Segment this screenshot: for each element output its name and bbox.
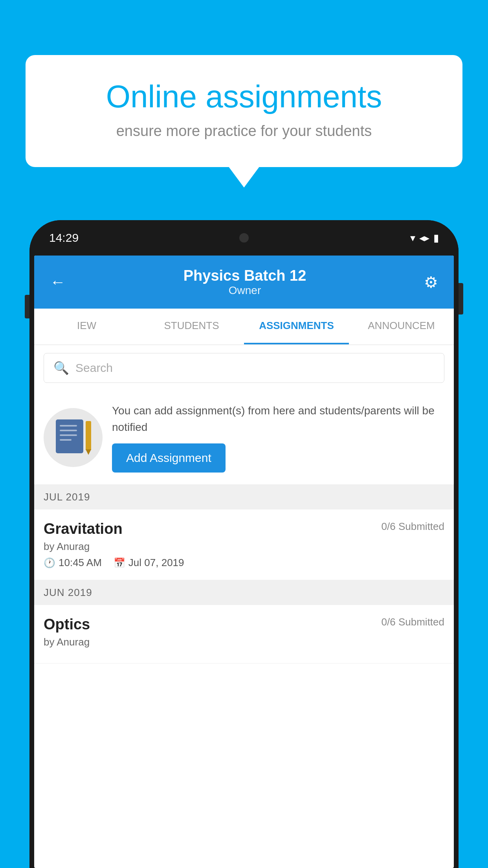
notch bbox=[228, 222, 260, 254]
assignment-meta: 🕐 10:45 AM 📅 Jul 07, 2019 bbox=[44, 557, 444, 569]
calendar-icon: 📅 bbox=[114, 557, 125, 568]
promo-text: You can add assignment(s) from here and … bbox=[112, 403, 444, 436]
search-icon: 🔍 bbox=[53, 360, 69, 375]
promo-icon-circle bbox=[44, 408, 103, 467]
assignment-name-optics: Optics bbox=[44, 616, 90, 633]
volume-button bbox=[25, 295, 29, 318]
batch-title: Physics Batch 12 bbox=[183, 267, 306, 284]
speech-bubble: Online assignments ensure more practice … bbox=[26, 55, 462, 167]
app-header: ← Physics Batch 12 Owner ⚙ bbox=[34, 256, 454, 309]
section-header-jul: JUL 2019 bbox=[34, 485, 454, 509]
assignment-by: by Anurag bbox=[44, 541, 444, 553]
speech-bubble-title: Online assignments bbox=[53, 79, 435, 115]
tabs-bar: IEW STUDENTS ASSIGNMENTS ANNOUNCEM bbox=[34, 309, 454, 345]
status-time: 14:29 bbox=[49, 231, 79, 245]
meta-time: 🕐 10:45 AM bbox=[44, 557, 102, 569]
promo-content: You can add assignment(s) from here and … bbox=[112, 403, 444, 473]
tab-iew[interactable]: IEW bbox=[34, 309, 139, 344]
battery-icon: ▮ bbox=[433, 232, 439, 244]
camera bbox=[239, 233, 249, 243]
clock-icon: 🕐 bbox=[44, 557, 55, 568]
assignment-item-optics[interactable]: Optics 0/6 Submitted by Anurag bbox=[34, 605, 454, 664]
tab-students[interactable]: STUDENTS bbox=[139, 309, 244, 344]
app-screen: ← Physics Batch 12 Owner ⚙ IEW STUDENTS … bbox=[34, 256, 454, 868]
header-title-group: Physics Batch 12 Owner bbox=[183, 267, 306, 297]
assignment-top-optics: Optics 0/6 Submitted bbox=[44, 616, 444, 633]
settings-button[interactable]: ⚙ bbox=[424, 273, 438, 291]
status-icons: ▾ ◂▸ ▮ bbox=[410, 232, 439, 244]
signal-icon: ◂▸ bbox=[419, 232, 429, 244]
power-button bbox=[459, 283, 463, 314]
promo-box: You can add assignment(s) from here and … bbox=[34, 391, 454, 485]
back-button[interactable]: ← bbox=[50, 273, 66, 291]
status-bar: 14:29 ▾ ◂▸ ▮ bbox=[29, 220, 459, 256]
search-container: 🔍 Search bbox=[34, 345, 454, 391]
assignment-item-gravitation[interactable]: Gravitation 0/6 Submitted by Anurag 🕐 10… bbox=[34, 509, 454, 580]
search-bar[interactable]: 🔍 Search bbox=[44, 353, 444, 383]
add-assignment-button[interactable]: Add Assignment bbox=[112, 443, 226, 473]
search-input[interactable]: Search bbox=[75, 361, 113, 375]
section-header-jun: JUN 2019 bbox=[34, 580, 454, 605]
meta-date: 📅 Jul 07, 2019 bbox=[114, 557, 184, 569]
batch-role: Owner bbox=[183, 284, 306, 297]
phone-frame: 14:29 ▾ ◂▸ ▮ ← Physics Batch 12 Owner ⚙ … bbox=[29, 220, 459, 868]
tab-assignments[interactable]: ASSIGNMENTS bbox=[244, 309, 349, 344]
assignment-name: Gravitation bbox=[44, 520, 123, 537]
assignment-top: Gravitation 0/6 Submitted bbox=[44, 520, 444, 537]
assignment-date: Jul 07, 2019 bbox=[128, 557, 184, 569]
speech-bubble-subtitle: ensure more practice for your students bbox=[53, 123, 435, 140]
wifi-icon: ▾ bbox=[410, 232, 415, 244]
assignment-time: 10:45 AM bbox=[59, 557, 102, 569]
tab-announcements[interactable]: ANNOUNCEM bbox=[349, 309, 454, 344]
assignment-submitted: 0/6 Submitted bbox=[382, 520, 444, 533]
assignment-by-optics: by Anurag bbox=[44, 636, 444, 648]
assignment-submitted-optics: 0/6 Submitted bbox=[382, 616, 444, 628]
speech-bubble-container: Online assignments ensure more practice … bbox=[26, 55, 462, 167]
